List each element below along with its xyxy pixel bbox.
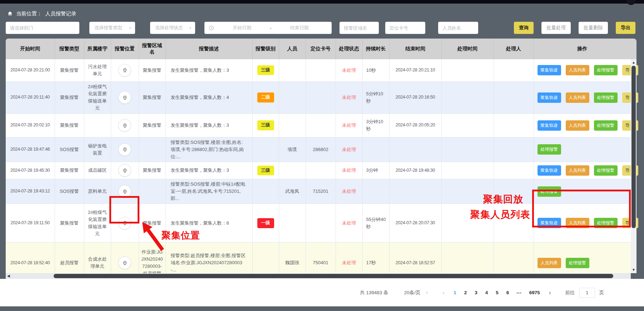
column-header: 报警描述 — [165, 39, 252, 59]
personnel-list-button[interactable]: 人员列表 — [566, 65, 589, 75]
handle-time — [441, 114, 494, 137]
goto-label: 前往 — [565, 290, 575, 296]
goto-input[interactable] — [579, 288, 595, 298]
alarm-position-cell — [111, 162, 139, 179]
alarm-level-cell: 一级 — [252, 204, 279, 242]
home-icon — [7, 11, 13, 16]
handle-time — [441, 137, 494, 162]
alarm-area: 聚集报警 — [139, 59, 165, 81]
prev-page-button[interactable]: ‹ — [439, 289, 448, 296]
scroll-left-icon[interactable]: ◀ — [7, 273, 10, 279]
handle-status: 未处理 — [336, 59, 362, 81]
duration — [362, 179, 389, 204]
actions-cell: 聚集轨迹人员列表处理报警导 出 — [534, 59, 631, 81]
column-header: 处理状态 — [336, 39, 362, 59]
header-extension — [631, 39, 636, 59]
scroll-up-icon[interactable]: ▲ — [631, 60, 636, 65]
batch-handle-button[interactable]: 批量处理 — [541, 22, 571, 34]
building — [84, 114, 111, 137]
card-input[interactable] — [385, 22, 425, 34]
page-list: 123456 — [450, 288, 513, 298]
vertical-scroll-thumb[interactable] — [631, 66, 636, 228]
track-button[interactable]: 聚集轨迹 — [538, 165, 561, 176]
handler — [494, 162, 534, 179]
alarm-level-cell: 三级 — [252, 162, 279, 179]
handle-alarm-button[interactable]: 处理报警 — [566, 258, 589, 268]
personnel-list-button[interactable]: 人员列表 — [566, 92, 589, 103]
card-number — [306, 204, 336, 242]
track-button[interactable]: 聚集轨迹 — [538, 65, 561, 75]
start-time: 2024-07-28 19:45:30 — [6, 162, 55, 179]
alarm-level-cell: 三级 — [252, 59, 279, 81]
column-header: 报警位置 — [111, 39, 139, 59]
alarm-type-select[interactable]: 选择报警类型 ∨ — [89, 22, 135, 34]
location-icon[interactable] — [118, 64, 131, 77]
personnel-list-button[interactable]: 人员列表 — [566, 120, 589, 131]
handle-alarm-button[interactable]: 处理报警 — [538, 144, 561, 155]
handle-status: 未处理 — [336, 114, 362, 137]
card-number — [306, 81, 336, 114]
goto-suffix: 页 — [599, 290, 604, 296]
alarm-area — [139, 179, 165, 204]
handler — [494, 114, 534, 137]
handle-status-select[interactable]: 选择处理状态 ∨ — [150, 22, 195, 34]
personnel-list-button[interactable]: 人员列表 — [566, 165, 589, 176]
page-number[interactable]: 1 — [450, 288, 460, 298]
column-header: 开始时间 — [6, 39, 55, 59]
chevron-down-icon: ∨ — [129, 26, 132, 30]
search-button[interactable]: 查询 — [514, 22, 534, 34]
card-number: 286802 — [306, 137, 336, 162]
location-icon[interactable] — [118, 256, 131, 269]
location-icon[interactable] — [118, 119, 131, 132]
next-page-button[interactable]: › — [545, 289, 555, 296]
alarm-table: 开始时间报警类型所属楼宇报警位置报警区域名报警描述报警级别人员定位卡号处理状态持… — [6, 39, 631, 286]
track-button[interactable]: 聚集轨迹 — [538, 92, 561, 103]
page-number[interactable]: 6 — [502, 288, 513, 298]
end-time: 2024-07-28 20:07:30 — [389, 204, 441, 242]
track-button[interactable]: 聚集轨迹 — [538, 120, 561, 131]
department-input[interactable] — [6, 22, 79, 34]
alarm-type: 聚集报警 — [55, 204, 84, 242]
location-icon[interactable] — [118, 164, 131, 177]
page-size-select[interactable]: 20条/页 ∨ — [404, 290, 428, 296]
page-number[interactable]: 2 — [460, 288, 471, 298]
date-range-picker[interactable]: 开始日期 - 结束日期 — [204, 22, 332, 34]
batch-delete-button[interactable]: 批量删除 — [579, 22, 608, 34]
page-number[interactable]: 4 — [481, 288, 492, 298]
location-icon[interactable] — [118, 91, 131, 104]
card-number — [306, 162, 336, 179]
person-name — [279, 204, 306, 242]
level-badge: 三级 — [257, 120, 274, 130]
scroll-down-icon[interactable]: ▼ — [631, 267, 636, 272]
column-header: 处理人 — [494, 39, 534, 59]
last-page-button[interactable]: 6975 — [525, 288, 544, 298]
actions-cell: 聚集轨迹人员列表处理报警导 出 — [534, 114, 631, 137]
handle-alarm-button[interactable]: 处理报警 — [594, 65, 618, 75]
horizontal-scroll-thumb[interactable] — [54, 274, 613, 278]
start-time: 2024-07-28 20:21:00 — [6, 59, 55, 81]
personnel-list-button[interactable]: 人员列表 — [538, 258, 561, 268]
location-icon[interactable] — [118, 143, 131, 156]
page-number[interactable]: 5 — [492, 288, 502, 298]
name-input[interactable] — [438, 22, 478, 34]
duration: 10秒 — [362, 59, 389, 81]
area-input[interactable] — [340, 22, 379, 34]
ellipsis: ••• — [514, 291, 524, 295]
end-time — [389, 137, 441, 162]
alarm-level-cell — [252, 179, 279, 204]
level-badge: 二级 — [257, 92, 274, 102]
chevron-down-icon: ∨ — [189, 26, 192, 30]
page-number[interactable]: 3 — [471, 288, 481, 298]
column-header: 结束时间 — [389, 39, 441, 59]
building: 污水处理单元 — [84, 59, 111, 81]
handle-alarm-button[interactable]: 处理报警 — [594, 92, 618, 103]
end-date-placeholder: 结束日期 — [272, 25, 327, 31]
building: 原料单元 — [84, 179, 111, 204]
start-time: 2024-07-28 19:11:50 — [6, 204, 55, 242]
handle-alarm-button[interactable]: 处理报警 — [594, 120, 618, 131]
handle-alarm-button[interactable]: 处理报警 — [594, 165, 618, 176]
person-name: 武海凤 — [279, 179, 306, 204]
handle-time — [441, 59, 494, 81]
table-row: 2024-07-28 19:47:46 SOS报警 锅炉发电装置 报警类型:SO… — [6, 137, 631, 162]
export-button[interactable]: 导出 — [616, 22, 635, 34]
